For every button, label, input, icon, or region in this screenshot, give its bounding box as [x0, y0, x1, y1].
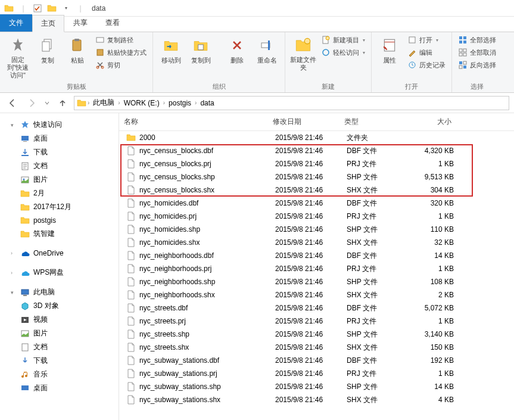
breadcrumb-folder-icon	[77, 98, 86, 108]
file-row[interactable]: nyc_census_blocks.prj2015/9/8 21:46PRJ 文…	[119, 157, 514, 170]
col-date-header[interactable]: 修改日期	[273, 117, 344, 127]
sidebar-item-thispc[interactable]: ▾此电脑	[0, 285, 119, 299]
newfolder-button[interactable]: 新建文件夹	[289, 35, 317, 73]
sidebar-item-videos[interactable]: 视频	[0, 313, 119, 326]
nav-back-button[interactable]	[5, 95, 20, 111]
file-row[interactable]: nyc_subway_stations.dbf2015/9/8 21:46DBF…	[119, 354, 514, 367]
sidebar-item-pictures2[interactable]: 图片	[0, 326, 119, 340]
sidebar-item-documents[interactable]: 文档	[0, 159, 119, 173]
rename-button[interactable]: 重命名	[253, 35, 281, 66]
tab-file[interactable]: 文件	[0, 14, 32, 32]
file-date: 2015/9/8 21:46	[275, 238, 347, 247]
open-button[interactable]: 打开▾	[405, 35, 448, 45]
file-row[interactable]: nyc_homicides.shx2015/9/8 21:46SHX 文件32 …	[119, 236, 514, 249]
qat-checkbox-icon[interactable]	[31, 2, 44, 15]
file-row[interactable]: nyc_homicides.dbf2015/9/8 21:46DBF 文件320…	[119, 197, 514, 210]
file-row[interactable]: nyc_neighborhoods.prj2015/9/8 21:46PRJ 文…	[119, 262, 514, 275]
rename-icon	[257, 36, 276, 55]
edit-icon	[407, 48, 417, 57]
selectnone-icon	[458, 48, 468, 57]
nav-recent-dropdown[interactable]	[43, 95, 51, 111]
pasteshortcut-button[interactable]: 粘贴快捷方式	[93, 47, 149, 58]
col-name-header[interactable]: 名称	[124, 117, 273, 127]
crumb-data[interactable]: data	[198, 99, 216, 107]
sidebar-item-zhuzhijian[interactable]: 筑智建	[0, 227, 119, 241]
invert-button[interactable]: 反向选择	[456, 60, 499, 70]
chevron-right-icon[interactable]: ›	[162, 99, 166, 106]
sidebar-item-quickaccess[interactable]: ▾快速访问	[0, 118, 119, 132]
file-size: 150 KB	[412, 343, 466, 351]
sidebar-item-dec2017[interactable]: 2017年12月	[0, 200, 119, 214]
sidebar-item-documents2[interactable]: 文档	[0, 340, 119, 354]
file-date: 2015/9/8 21:46	[275, 186, 347, 194]
sidebar-item-desktop2[interactable]: 桌面	[0, 381, 119, 395]
newitem-button[interactable]: 新建项目▾	[319, 35, 367, 45]
svg-rect-29	[463, 61, 466, 64]
file-row[interactable]: nyc_homicides.prj2015/9/8 21:46PRJ 文件1 K…	[119, 210, 514, 223]
sidebar-item-feb[interactable]: 2月	[0, 186, 119, 200]
file-size: 14 KB	[412, 382, 466, 391]
chevron-right-icon[interactable]: ›	[117, 99, 121, 106]
pin-button[interactable]: 固定到"快速访问"	[4, 35, 32, 81]
easyaccess-button[interactable]: 轻松访问▾	[319, 47, 367, 58]
sidebar-item-downloads2[interactable]: 下载	[0, 354, 119, 368]
history-button[interactable]: 历史记录	[405, 60, 448, 70]
sidebar-item-wps[interactable]: ›WPS网盘	[0, 266, 119, 279]
moveto-button[interactable]: 移动到	[157, 35, 185, 66]
sidebar-item-pictures[interactable]: 图片	[0, 173, 119, 186]
copypath-button[interactable]: 复制路径	[93, 35, 149, 45]
file-row[interactable]: nyc_neighborhoods.dbf2015/9/8 21:46DBF 文…	[119, 249, 514, 262]
file-row[interactable]: nyc_streets.shx2015/9/8 21:46SHX 文件150 K…	[119, 341, 514, 354]
selectnone-button[interactable]: 全部取消	[456, 47, 499, 58]
svg-rect-11	[268, 41, 270, 50]
file-row[interactable]: nyc_homicides.shp2015/9/8 21:46SHP 文件110…	[119, 223, 514, 236]
delete-button[interactable]: 删除	[223, 35, 251, 66]
file-type: SHP 文件	[347, 329, 412, 340]
tab-home[interactable]: 主页	[32, 15, 64, 32]
copyto-button[interactable]: 复制到	[186, 35, 215, 66]
col-size-header[interactable]: 大小	[410, 117, 463, 127]
file-size: 108 KB	[412, 278, 466, 286]
newitem-label: 新建项目	[333, 36, 359, 45]
crumb-postgis[interactable]: postgis	[166, 99, 194, 107]
file-row[interactable]: nyc_census_blocks.dbf2015/9/8 21:46DBF 文…	[119, 144, 514, 157]
nav-forward-button[interactable]	[24, 95, 39, 111]
sidebar-item-music[interactable]: 音乐	[0, 368, 119, 381]
sidebar-item-downloads[interactable]: 下载	[0, 145, 119, 159]
sidebar-item-onedrive[interactable]: ›OneDrive	[0, 247, 119, 260]
copy-button[interactable]: 复制	[33, 35, 62, 66]
cut-button[interactable]: 剪切	[93, 60, 149, 70]
tab-share[interactable]: 共享	[64, 14, 96, 32]
paste-button[interactable]: 粘贴	[63, 35, 92, 66]
col-type-header[interactable]: 类型	[344, 117, 410, 127]
file-row[interactable]: nyc_streets.dbf2015/9/8 21:46DBF 文件5,072…	[119, 301, 514, 315]
file-row[interactable]: nyc_subway_stations.prj2015/9/8 21:46PRJ…	[119, 367, 514, 380]
chevron-right-icon[interactable]: ›	[86, 99, 91, 106]
crumb-thispc[interactable]: 此电脑	[91, 98, 117, 108]
svg-rect-38	[21, 290, 29, 294]
qat-dropdown-icon[interactable]: ▾	[60, 2, 73, 15]
sidebar-item-desktop[interactable]: 桌面	[0, 132, 119, 145]
sidebar-label: 桌面	[33, 383, 48, 393]
file-row[interactable]: nyc_streets.prj2015/9/8 21:46PRJ 文件1 KB	[119, 315, 514, 328]
edit-button[interactable]: 编辑	[405, 47, 448, 58]
breadcrumb[interactable]: › 此电脑 › WORK (E:) › postgis › data	[74, 96, 509, 110]
tab-view[interactable]: 查看	[96, 14, 129, 32]
file-row[interactable]: nyc_streets.shp2015/9/8 21:46SHP 文件3,140…	[119, 328, 514, 341]
sidebar-item-3dobjects[interactable]: 3D 对象	[0, 299, 119, 313]
file-row[interactable]: nyc_census_blocks.shx2015/9/8 21:46SHX 文…	[119, 183, 514, 197]
nav-up-button[interactable]	[55, 95, 70, 111]
crumb-drive[interactable]: WORK (E:)	[122, 99, 162, 107]
file-row[interactable]: nyc_subway_stations.shx2015/9/8 21:46SHX…	[119, 393, 514, 406]
file-row[interactable]: 20002015/9/8 21:46文件夹	[119, 131, 514, 144]
properties-button[interactable]: 属性	[375, 35, 404, 66]
chevron-right-icon[interactable]: ›	[194, 99, 198, 106]
file-row[interactable]: nyc_subway_stations.shp2015/9/8 21:46SHP…	[119, 380, 514, 393]
selectall-button[interactable]: 全部选择	[456, 35, 499, 45]
svg-rect-25	[463, 49, 466, 52]
file-row[interactable]: nyc_census_blocks.shp2015/9/8 21:46SHP 文…	[119, 170, 514, 183]
sidebar-item-postgis[interactable]: postgis	[0, 214, 119, 227]
file-row[interactable]: nyc_neighborhoods.shp2015/9/8 21:46SHP 文…	[119, 275, 514, 288]
file-row[interactable]: nyc_neighborhoods.shx2015/9/8 21:46SHX 文…	[119, 288, 514, 301]
ribbon-group-new: 新建文件夹 新建项目▾ 轻松访问▾ 新建	[285, 32, 372, 92]
